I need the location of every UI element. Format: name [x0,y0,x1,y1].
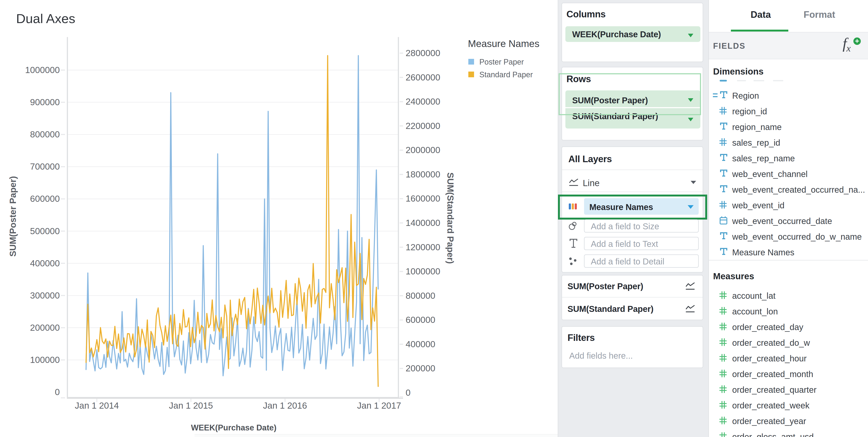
svg-text:800000: 800000 [30,129,60,139]
svg-text:400000: 400000 [406,339,435,349]
svg-text:400000: 400000 [30,258,60,268]
svg-text:2600000: 2600000 [406,72,440,82]
svg-text:900000: 900000 [30,97,60,107]
svg-text:1200000: 1200000 [406,242,440,252]
svg-text:Jan 1 2014: Jan 1 2014 [75,401,119,410]
svg-text:700000: 700000 [30,162,60,171]
svg-text:100000: 100000 [30,355,60,365]
svg-text:Jan 1 2015: Jan 1 2015 [169,401,213,410]
svg-text:2200000: 2200000 [406,121,440,131]
svg-text:0: 0 [55,387,60,397]
svg-text:500000: 500000 [30,226,60,236]
svg-text:0: 0 [406,388,410,398]
svg-text:Jan 1 2016: Jan 1 2016 [263,401,307,410]
svg-text:200000: 200000 [30,323,60,333]
svg-text:2000000: 2000000 [406,145,440,155]
svg-text:1400000: 1400000 [406,218,440,228]
svg-text:2400000: 2400000 [406,97,440,106]
svg-text:2800000: 2800000 [406,48,440,58]
svg-text:600000: 600000 [406,315,435,325]
svg-text:200000: 200000 [406,363,435,373]
svg-text:1600000: 1600000 [406,194,440,203]
svg-text:300000: 300000 [30,291,60,300]
svg-text:1800000: 1800000 [406,169,440,179]
svg-text:1000000: 1000000 [25,65,60,75]
svg-text:800000: 800000 [406,291,435,301]
svg-text:600000: 600000 [30,194,60,204]
svg-text:Jan 1 2017: Jan 1 2017 [357,401,401,410]
svg-text:1000000: 1000000 [406,266,440,276]
